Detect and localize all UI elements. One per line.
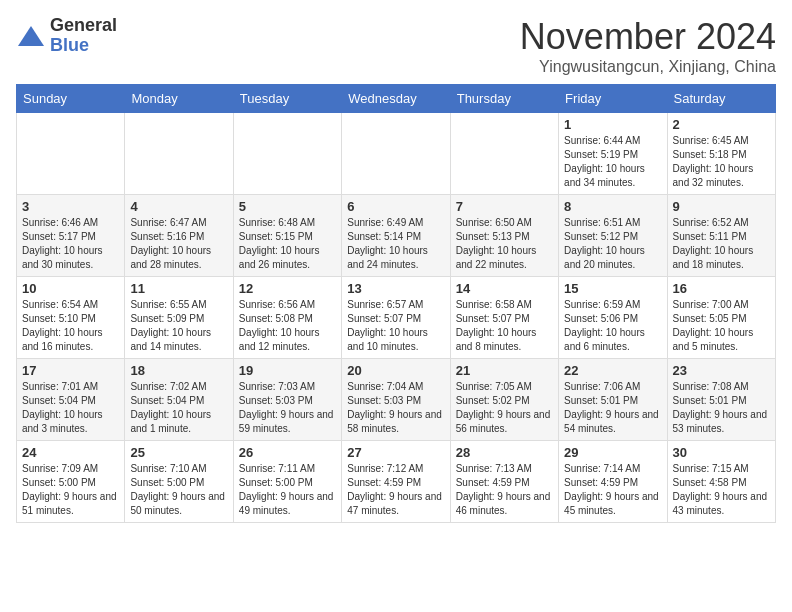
day-info: Sunrise: 7:12 AM Sunset: 4:59 PM Dayligh… (347, 462, 444, 518)
calendar-cell: 15Sunrise: 6:59 AM Sunset: 5:06 PM Dayli… (559, 277, 667, 359)
calendar-cell: 5Sunrise: 6:48 AM Sunset: 5:15 PM Daylig… (233, 195, 341, 277)
calendar-cell: 8Sunrise: 6:51 AM Sunset: 5:12 PM Daylig… (559, 195, 667, 277)
day-number: 26 (239, 445, 336, 460)
title-section: November 2024 Yingwusitangcun, Xinjiang,… (520, 16, 776, 76)
weekday-header-tuesday: Tuesday (233, 85, 341, 113)
calendar-cell: 19Sunrise: 7:03 AM Sunset: 5:03 PM Dayli… (233, 359, 341, 441)
day-number: 5 (239, 199, 336, 214)
calendar-cell: 29Sunrise: 7:14 AM Sunset: 4:59 PM Dayli… (559, 441, 667, 523)
month-title: November 2024 (520, 16, 776, 58)
day-number: 20 (347, 363, 444, 378)
day-info: Sunrise: 7:02 AM Sunset: 5:04 PM Dayligh… (130, 380, 227, 436)
calendar-cell: 17Sunrise: 7:01 AM Sunset: 5:04 PM Dayli… (17, 359, 125, 441)
day-number: 14 (456, 281, 553, 296)
day-number: 11 (130, 281, 227, 296)
day-number: 9 (673, 199, 770, 214)
day-info: Sunrise: 7:04 AM Sunset: 5:03 PM Dayligh… (347, 380, 444, 436)
calendar-cell: 6Sunrise: 6:49 AM Sunset: 5:14 PM Daylig… (342, 195, 450, 277)
calendar-cell: 3Sunrise: 6:46 AM Sunset: 5:17 PM Daylig… (17, 195, 125, 277)
day-number: 28 (456, 445, 553, 460)
logo-icon (16, 24, 46, 48)
day-info: Sunrise: 6:44 AM Sunset: 5:19 PM Dayligh… (564, 134, 661, 190)
day-info: Sunrise: 7:06 AM Sunset: 5:01 PM Dayligh… (564, 380, 661, 436)
day-number: 10 (22, 281, 119, 296)
day-info: Sunrise: 6:48 AM Sunset: 5:15 PM Dayligh… (239, 216, 336, 272)
logo: General Blue (16, 16, 117, 56)
calendar-week-row: 17Sunrise: 7:01 AM Sunset: 5:04 PM Dayli… (17, 359, 776, 441)
day-number: 17 (22, 363, 119, 378)
calendar-cell (233, 113, 341, 195)
calendar-cell: 14Sunrise: 6:58 AM Sunset: 5:07 PM Dayli… (450, 277, 558, 359)
day-info: Sunrise: 6:52 AM Sunset: 5:11 PM Dayligh… (673, 216, 770, 272)
day-number: 8 (564, 199, 661, 214)
day-number: 30 (673, 445, 770, 460)
calendar-cell: 7Sunrise: 6:50 AM Sunset: 5:13 PM Daylig… (450, 195, 558, 277)
day-number: 27 (347, 445, 444, 460)
day-number: 18 (130, 363, 227, 378)
day-info: Sunrise: 7:13 AM Sunset: 4:59 PM Dayligh… (456, 462, 553, 518)
calendar-cell: 25Sunrise: 7:10 AM Sunset: 5:00 PM Dayli… (125, 441, 233, 523)
logo-text: General Blue (50, 16, 117, 56)
day-info: Sunrise: 7:14 AM Sunset: 4:59 PM Dayligh… (564, 462, 661, 518)
calendar-cell: 26Sunrise: 7:11 AM Sunset: 5:00 PM Dayli… (233, 441, 341, 523)
day-number: 12 (239, 281, 336, 296)
calendar-cell: 11Sunrise: 6:55 AM Sunset: 5:09 PM Dayli… (125, 277, 233, 359)
day-info: Sunrise: 7:05 AM Sunset: 5:02 PM Dayligh… (456, 380, 553, 436)
calendar-cell: 24Sunrise: 7:09 AM Sunset: 5:00 PM Dayli… (17, 441, 125, 523)
weekday-header-monday: Monday (125, 85, 233, 113)
svg-marker-1 (20, 30, 42, 44)
calendar-cell: 28Sunrise: 7:13 AM Sunset: 4:59 PM Dayli… (450, 441, 558, 523)
weekday-header-sunday: Sunday (17, 85, 125, 113)
day-number: 13 (347, 281, 444, 296)
day-info: Sunrise: 7:03 AM Sunset: 5:03 PM Dayligh… (239, 380, 336, 436)
calendar-cell (125, 113, 233, 195)
calendar-cell: 2Sunrise: 6:45 AM Sunset: 5:18 PM Daylig… (667, 113, 775, 195)
day-number: 6 (347, 199, 444, 214)
day-number: 7 (456, 199, 553, 214)
calendar-cell: 20Sunrise: 7:04 AM Sunset: 5:03 PM Dayli… (342, 359, 450, 441)
calendar-cell: 4Sunrise: 6:47 AM Sunset: 5:16 PM Daylig… (125, 195, 233, 277)
day-info: Sunrise: 7:01 AM Sunset: 5:04 PM Dayligh… (22, 380, 119, 436)
calendar-cell: 9Sunrise: 6:52 AM Sunset: 5:11 PM Daylig… (667, 195, 775, 277)
calendar-cell (342, 113, 450, 195)
day-info: Sunrise: 6:49 AM Sunset: 5:14 PM Dayligh… (347, 216, 444, 272)
calendar-cell: 23Sunrise: 7:08 AM Sunset: 5:01 PM Dayli… (667, 359, 775, 441)
calendar-table: SundayMondayTuesdayWednesdayThursdayFrid… (16, 84, 776, 523)
day-number: 22 (564, 363, 661, 378)
day-info: Sunrise: 6:56 AM Sunset: 5:08 PM Dayligh… (239, 298, 336, 354)
calendar-week-row: 24Sunrise: 7:09 AM Sunset: 5:00 PM Dayli… (17, 441, 776, 523)
day-number: 29 (564, 445, 661, 460)
calendar-cell: 13Sunrise: 6:57 AM Sunset: 5:07 PM Dayli… (342, 277, 450, 359)
page-header: General Blue November 2024 Yingwusitangc… (16, 16, 776, 76)
calendar-week-row: 1Sunrise: 6:44 AM Sunset: 5:19 PM Daylig… (17, 113, 776, 195)
weekday-header-friday: Friday (559, 85, 667, 113)
day-number: 3 (22, 199, 119, 214)
calendar-week-row: 3Sunrise: 6:46 AM Sunset: 5:17 PM Daylig… (17, 195, 776, 277)
calendar-cell: 1Sunrise: 6:44 AM Sunset: 5:19 PM Daylig… (559, 113, 667, 195)
day-number: 23 (673, 363, 770, 378)
day-info: Sunrise: 6:55 AM Sunset: 5:09 PM Dayligh… (130, 298, 227, 354)
day-number: 19 (239, 363, 336, 378)
day-info: Sunrise: 7:10 AM Sunset: 5:00 PM Dayligh… (130, 462, 227, 518)
calendar-cell: 18Sunrise: 7:02 AM Sunset: 5:04 PM Dayli… (125, 359, 233, 441)
day-number: 4 (130, 199, 227, 214)
day-number: 25 (130, 445, 227, 460)
weekday-header-thursday: Thursday (450, 85, 558, 113)
day-info: Sunrise: 6:58 AM Sunset: 5:07 PM Dayligh… (456, 298, 553, 354)
day-info: Sunrise: 6:47 AM Sunset: 5:16 PM Dayligh… (130, 216, 227, 272)
day-info: Sunrise: 6:57 AM Sunset: 5:07 PM Dayligh… (347, 298, 444, 354)
weekday-header-row: SundayMondayTuesdayWednesdayThursdayFrid… (17, 85, 776, 113)
logo-general: General (50, 15, 117, 35)
day-info: Sunrise: 7:00 AM Sunset: 5:05 PM Dayligh… (673, 298, 770, 354)
calendar-cell: 22Sunrise: 7:06 AM Sunset: 5:01 PM Dayli… (559, 359, 667, 441)
day-info: Sunrise: 6:51 AM Sunset: 5:12 PM Dayligh… (564, 216, 661, 272)
calendar-cell (450, 113, 558, 195)
day-info: Sunrise: 6:54 AM Sunset: 5:10 PM Dayligh… (22, 298, 119, 354)
logo-blue: Blue (50, 35, 89, 55)
day-number: 21 (456, 363, 553, 378)
day-info: Sunrise: 6:59 AM Sunset: 5:06 PM Dayligh… (564, 298, 661, 354)
day-number: 1 (564, 117, 661, 132)
day-number: 16 (673, 281, 770, 296)
weekday-header-wednesday: Wednesday (342, 85, 450, 113)
calendar-cell: 30Sunrise: 7:15 AM Sunset: 4:58 PM Dayli… (667, 441, 775, 523)
